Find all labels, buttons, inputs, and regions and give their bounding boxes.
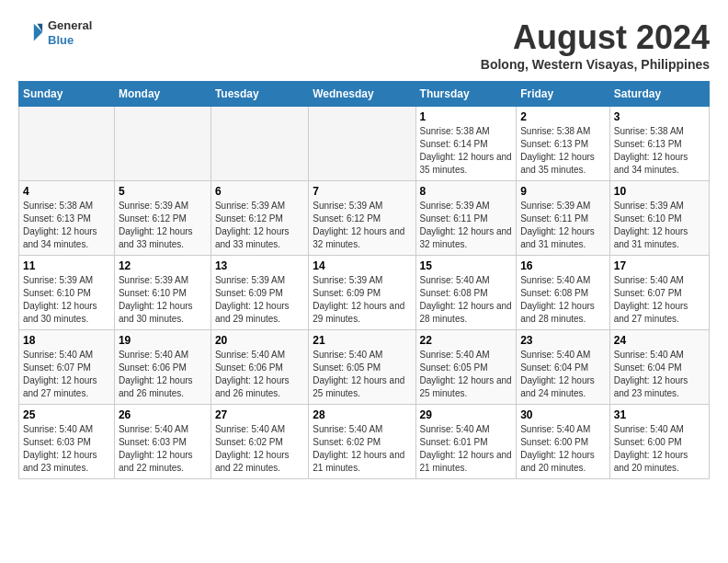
logo-icon [18, 20, 44, 46]
calendar-cell: 31Sunrise: 5:40 AMSunset: 6:00 PMDayligh… [609, 405, 709, 479]
calendar-cell: 19Sunrise: 5:40 AMSunset: 6:06 PMDayligh… [114, 330, 210, 405]
day-info: Sunrise: 5:39 AMSunset: 6:12 PMDaylight:… [215, 200, 304, 251]
calendar-cell [19, 107, 115, 181]
day-info: Sunrise: 5:40 AMSunset: 6:03 PMDaylight:… [23, 423, 110, 475]
weekday-header-row: SundayMondayTuesdayWednesdayThursdayFrid… [19, 82, 710, 107]
calendar-cell: 21Sunrise: 5:40 AMSunset: 6:05 PMDayligh… [309, 330, 415, 405]
day-number: 1 [420, 110, 513, 123]
calendar-cell [210, 107, 308, 181]
day-number: 24 [614, 334, 705, 347]
logo: General Blue [18, 18, 92, 47]
day-number: 25 [23, 408, 110, 421]
calendar-cell: 8Sunrise: 5:39 AMSunset: 6:11 PMDaylight… [415, 181, 517, 256]
day-info: Sunrise: 5:38 AMSunset: 6:13 PMDaylight:… [23, 200, 110, 251]
day-number: 30 [520, 408, 606, 421]
calendar-cell: 11Sunrise: 5:39 AMSunset: 6:10 PMDayligh… [19, 256, 115, 330]
logo-line1: General [48, 18, 92, 33]
calendar-cell: 27Sunrise: 5:40 AMSunset: 6:02 PMDayligh… [210, 405, 308, 479]
week-row-3: 11Sunrise: 5:39 AMSunset: 6:10 PMDayligh… [19, 256, 710, 330]
day-number: 17 [614, 259, 705, 272]
calendar-cell: 12Sunrise: 5:39 AMSunset: 6:10 PMDayligh… [114, 256, 210, 330]
calendar-cell: 17Sunrise: 5:40 AMSunset: 6:07 PMDayligh… [609, 256, 709, 330]
day-info: Sunrise: 5:40 AMSunset: 6:06 PMDaylight:… [215, 349, 304, 400]
day-info: Sunrise: 5:39 AMSunset: 6:10 PMDaylight:… [614, 200, 705, 251]
calendar-table: SundayMondayTuesdayWednesdayThursdayFrid… [18, 81, 710, 479]
day-number: 12 [119, 259, 207, 272]
day-info: Sunrise: 5:40 AMSunset: 6:00 PMDaylight:… [520, 423, 606, 475]
logo-line2: Blue [48, 33, 92, 48]
calendar-cell: 20Sunrise: 5:40 AMSunset: 6:06 PMDayligh… [210, 330, 308, 405]
calendar-cell: 13Sunrise: 5:39 AMSunset: 6:09 PMDayligh… [210, 256, 308, 330]
weekday-header-monday: Monday [114, 82, 210, 107]
calendar-cell: 3Sunrise: 5:38 AMSunset: 6:13 PMDaylight… [609, 107, 709, 181]
day-number: 5 [119, 185, 207, 198]
day-info: Sunrise: 5:38 AMSunset: 6:13 PMDaylight:… [614, 125, 705, 177]
day-number: 20 [215, 334, 304, 347]
day-info: Sunrise: 5:39 AMSunset: 6:12 PMDaylight:… [119, 200, 207, 251]
calendar-cell: 10Sunrise: 5:39 AMSunset: 6:10 PMDayligh… [609, 181, 709, 256]
calendar-cell: 30Sunrise: 5:40 AMSunset: 6:00 PMDayligh… [517, 405, 610, 479]
day-info: Sunrise: 5:40 AMSunset: 6:04 PMDaylight:… [614, 349, 705, 400]
week-row-2: 4Sunrise: 5:38 AMSunset: 6:13 PMDaylight… [19, 181, 710, 256]
day-info: Sunrise: 5:39 AMSunset: 6:11 PMDaylight:… [420, 200, 513, 251]
day-info: Sunrise: 5:40 AMSunset: 6:05 PMDaylight:… [420, 349, 513, 400]
day-info: Sunrise: 5:40 AMSunset: 6:07 PMDaylight:… [23, 349, 110, 400]
calendar-cell: 28Sunrise: 5:40 AMSunset: 6:02 PMDayligh… [309, 405, 415, 479]
calendar-cell: 15Sunrise: 5:40 AMSunset: 6:08 PMDayligh… [415, 256, 517, 330]
calendar-cell: 24Sunrise: 5:40 AMSunset: 6:04 PMDayligh… [609, 330, 709, 405]
calendar-cell: 7Sunrise: 5:39 AMSunset: 6:12 PMDaylight… [309, 181, 415, 256]
calendar-cell: 18Sunrise: 5:40 AMSunset: 6:07 PMDayligh… [19, 330, 115, 405]
day-info: Sunrise: 5:40 AMSunset: 6:03 PMDaylight:… [119, 423, 207, 475]
day-info: Sunrise: 5:40 AMSunset: 6:04 PMDaylight:… [520, 349, 606, 400]
calendar-cell: 25Sunrise: 5:40 AMSunset: 6:03 PMDayligh… [19, 405, 115, 479]
calendar-cell: 14Sunrise: 5:39 AMSunset: 6:09 PMDayligh… [309, 256, 415, 330]
calendar-cell: 29Sunrise: 5:40 AMSunset: 6:01 PMDayligh… [415, 405, 517, 479]
day-number: 26 [119, 408, 207, 421]
calendar-cell: 6Sunrise: 5:39 AMSunset: 6:12 PMDaylight… [210, 181, 308, 256]
calendar-cell [114, 107, 210, 181]
day-info: Sunrise: 5:39 AMSunset: 6:10 PMDaylight:… [23, 274, 110, 326]
day-number: 27 [215, 408, 304, 421]
day-number: 31 [614, 408, 705, 421]
day-number: 6 [215, 185, 304, 198]
calendar-cell: 5Sunrise: 5:39 AMSunset: 6:12 PMDaylight… [114, 181, 210, 256]
day-number: 19 [119, 334, 207, 347]
day-number: 29 [420, 408, 513, 421]
calendar-cell: 9Sunrise: 5:39 AMSunset: 6:11 PMDaylight… [517, 181, 610, 256]
day-number: 4 [23, 185, 110, 198]
day-number: 18 [23, 334, 110, 347]
page-header: General Blue August 2024 Bolong, Western… [18, 18, 710, 72]
day-info: Sunrise: 5:39 AMSunset: 6:10 PMDaylight:… [119, 274, 207, 326]
title-area: August 2024 Bolong, Western Visayas, Phi… [481, 18, 710, 72]
week-row-4: 18Sunrise: 5:40 AMSunset: 6:07 PMDayligh… [19, 330, 710, 405]
day-info: Sunrise: 5:38 AMSunset: 6:14 PMDaylight:… [420, 125, 513, 177]
weekday-header-wednesday: Wednesday [309, 82, 415, 107]
day-info: Sunrise: 5:40 AMSunset: 6:01 PMDaylight:… [420, 423, 513, 475]
day-info: Sunrise: 5:40 AMSunset: 6:00 PMDaylight:… [614, 423, 705, 475]
day-number: 7 [313, 185, 411, 198]
day-number: 9 [520, 185, 606, 198]
day-number: 14 [313, 259, 411, 272]
calendar-cell: 4Sunrise: 5:38 AMSunset: 6:13 PMDaylight… [19, 181, 115, 256]
day-info: Sunrise: 5:38 AMSunset: 6:13 PMDaylight:… [520, 125, 606, 177]
day-info: Sunrise: 5:39 AMSunset: 6:12 PMDaylight:… [313, 200, 411, 251]
day-number: 3 [614, 110, 705, 123]
calendar-cell: 26Sunrise: 5:40 AMSunset: 6:03 PMDayligh… [114, 405, 210, 479]
calendar-cell: 2Sunrise: 5:38 AMSunset: 6:13 PMDaylight… [517, 107, 610, 181]
weekday-header-friday: Friday [517, 82, 610, 107]
day-info: Sunrise: 5:40 AMSunset: 6:08 PMDaylight:… [520, 274, 606, 326]
week-row-5: 25Sunrise: 5:40 AMSunset: 6:03 PMDayligh… [19, 405, 710, 479]
calendar-cell [309, 107, 415, 181]
day-info: Sunrise: 5:40 AMSunset: 6:07 PMDaylight:… [614, 274, 705, 326]
day-number: 28 [313, 408, 411, 421]
weekday-header-sunday: Sunday [19, 82, 115, 107]
logo-text: General Blue [48, 18, 92, 47]
week-row-1: 1Sunrise: 5:38 AMSunset: 6:14 PMDaylight… [19, 107, 710, 181]
day-info: Sunrise: 5:39 AMSunset: 6:09 PMDaylight:… [313, 274, 411, 326]
day-number: 23 [520, 334, 606, 347]
calendar-cell: 1Sunrise: 5:38 AMSunset: 6:14 PMDaylight… [415, 107, 517, 181]
calendar-cell: 23Sunrise: 5:40 AMSunset: 6:04 PMDayligh… [517, 330, 610, 405]
day-info: Sunrise: 5:40 AMSunset: 6:02 PMDaylight:… [215, 423, 304, 475]
day-info: Sunrise: 5:39 AMSunset: 6:11 PMDaylight:… [520, 200, 606, 251]
day-info: Sunrise: 5:40 AMSunset: 6:06 PMDaylight:… [119, 349, 207, 400]
